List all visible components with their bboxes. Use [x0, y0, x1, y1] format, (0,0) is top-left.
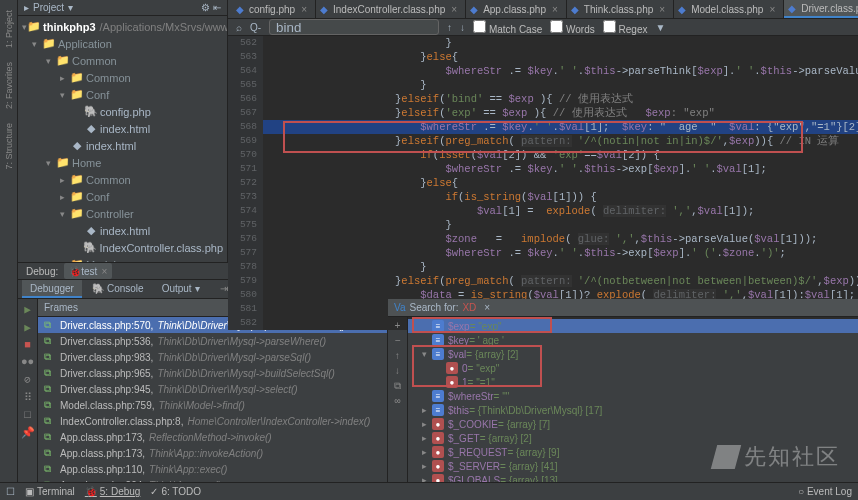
variable-row[interactable]: ≡$exp = "exp": [408, 319, 858, 333]
close-icon[interactable]: ×: [451, 4, 457, 15]
bottombar-debug[interactable]: 🐞5: Debug: [85, 486, 141, 497]
tree-item[interactable]: 🐘config.php: [18, 103, 227, 120]
bottombar-eventlog[interactable]: ○ Event Log: [798, 486, 852, 497]
vars-label: Va: [394, 302, 406, 313]
variable-row[interactable]: ●0 = "exp": [408, 361, 858, 375]
stack-frame[interactable]: ⧉IndexController.class.php:8, Home\Contr…: [38, 413, 387, 429]
stack-frame[interactable]: ⧉Driver.class.php:983, Think\Db\Driver\M…: [38, 349, 387, 365]
editor-tab[interactable]: ◆Driver.class.php×: [784, 0, 858, 18]
stack-frame[interactable]: ⧉Model.class.php:759, Think\Model->find(…: [38, 397, 387, 413]
remove-watch-icon[interactable]: −: [394, 336, 400, 347]
status-bar: ☐ ▣ Terminal 🐞5: Debug ✓6: TODO ○ Event …: [0, 482, 858, 500]
tree-item[interactable]: ▾📁Controller: [18, 205, 227, 222]
watermark: 先知社区: [714, 442, 840, 472]
arrow-icon[interactable]: ▸: [24, 2, 29, 13]
stack-frame[interactable]: ⧉App.class.php:110, Think\App::exec(): [38, 461, 387, 477]
stop-icon[interactable]: ■: [24, 339, 31, 351]
bottombar-todo[interactable]: ✓6: TODO: [150, 486, 201, 497]
bottombar-terminal[interactable]: ▣ Terminal: [25, 486, 75, 497]
view-breakpoint-icon[interactable]: ●●: [21, 356, 34, 368]
search-bar: ⌕ Q- ↑ ↓ Match Case Words Regex ▼ 50 mat…: [228, 19, 858, 36]
show-exec-icon[interactable]: ⇥: [220, 283, 228, 295]
layout-icon[interactable]: □: [24, 409, 31, 421]
close-icon[interactable]: ×: [101, 266, 107, 277]
variable-row[interactable]: ●1 = "=1": [408, 375, 858, 389]
debug-control-strip: ▶ ▶ ■ ●● ⊘ ⠿ □ 📌: [18, 299, 38, 500]
tree-item[interactable]: ▾📁Home: [18, 154, 227, 171]
close-icon[interactable]: ×: [769, 4, 775, 15]
tree-item[interactable]: 🐘IndexController.class.php: [18, 239, 227, 256]
tree-item[interactable]: ◆index.html: [18, 137, 227, 154]
editor-tab[interactable]: ◆App.class.php×: [466, 0, 567, 18]
tree-item[interactable]: ◆index.html: [18, 120, 227, 137]
search-next[interactable]: ↓: [460, 22, 465, 33]
strip-item[interactable]: 2: Favorites: [4, 62, 14, 109]
mute-bp-icon[interactable]: ⊘: [24, 373, 31, 386]
code-area[interactable]: 5625635645655665675685695705715725735745…: [228, 36, 858, 330]
tab-output[interactable]: Output ▾: [154, 280, 208, 298]
search-icon: ⌕: [236, 22, 242, 33]
tree-item[interactable]: ▾📁Application: [18, 35, 227, 52]
project-header-title: Project: [33, 2, 64, 13]
calc-icon[interactable]: ∞: [394, 396, 400, 407]
tree-item[interactable]: ▾📁Common: [18, 52, 227, 69]
tree-item[interactable]: ▾📁Conf: [18, 86, 227, 103]
gear-icon[interactable]: ⚙: [201, 2, 210, 13]
strip-item[interactable]: 7: Structure: [4, 123, 14, 170]
tree-item[interactable]: ▸📁Common: [18, 69, 227, 86]
resume-icon[interactable]: ▶: [24, 321, 31, 334]
copy-icon[interactable]: ⧉: [394, 381, 401, 392]
regex-checkbox[interactable]: [603, 20, 616, 33]
stack-frame[interactable]: ⧉App.class.php:173, Think\App::invokeAct…: [38, 445, 387, 461]
tree-item[interactable]: ▸📁Conf: [18, 188, 227, 205]
tree-item[interactable]: ◆index.html: [18, 222, 227, 239]
bug-icon: 🐞: [69, 266, 81, 277]
tree-item[interactable]: ▸📁Common: [18, 171, 227, 188]
up-icon[interactable]: ↑: [394, 351, 400, 362]
stack-frame[interactable]: ⧉Driver.class.php:945, Think\Db\Driver\M…: [38, 381, 387, 397]
variable-row[interactable]: ≡$key = ' age ': [408, 333, 858, 347]
stack-frame[interactable]: ⧉Driver.class.php:536, Think\Db\Driver\M…: [38, 333, 387, 349]
down-icon[interactable]: ↓: [394, 366, 400, 377]
pin-icon[interactable]: 📌: [21, 426, 35, 439]
add-watch-icon[interactable]: +: [394, 321, 400, 332]
separator: ▾: [68, 2, 73, 13]
editor-tab[interactable]: ◆Model.class.php×: [674, 0, 784, 18]
close-icon[interactable]: ×: [659, 4, 665, 15]
match-case-checkbox[interactable]: [473, 20, 486, 33]
words-checkbox[interactable]: [550, 20, 563, 33]
editor-tab[interactable]: ◆config.php×: [232, 0, 316, 18]
close-icon[interactable]: ×: [552, 4, 558, 15]
collapse-icon[interactable]: ⇤: [213, 2, 221, 13]
editor-tab[interactable]: ◆Think.class.php×: [567, 0, 674, 18]
editor-tabs: ◆config.php×◆IndexController.class.php×◆…: [228, 0, 858, 19]
tab-debugger[interactable]: Debugger: [22, 280, 82, 298]
search-input[interactable]: [269, 19, 439, 35]
close-icon[interactable]: ×: [301, 4, 307, 15]
variable-row[interactable]: ▾≡$val = {array} [2]: [408, 347, 858, 361]
strip-item[interactable]: 1: Project: [4, 10, 14, 48]
editor-tab[interactable]: ◆IndexController.class.php×: [316, 0, 466, 18]
tool-strip-left: 1: Project 2: Favorites 7: Structure: [0, 0, 18, 482]
stack-frame[interactable]: ⧉Driver.class.php:965, Think\Db\Driver\M…: [38, 365, 387, 381]
tree-root[interactable]: ▾📁 thinkphp3 /Applications/MxSrvs/www/th…: [18, 18, 227, 35]
search-prefix: Q-: [250, 22, 261, 33]
tab-console[interactable]: 🐘Console: [84, 280, 152, 298]
stack-frame[interactable]: ⧉App.class.php:173, ReflectionMethod->in…: [38, 429, 387, 445]
msg-icon[interactable]: ☐: [6, 486, 15, 497]
variable-row[interactable]: ≡$whereStr = "": [408, 389, 858, 403]
rerun-icon[interactable]: ▶: [24, 303, 31, 316]
more-icon[interactable]: ⠿: [24, 391, 32, 404]
search-prev[interactable]: ↑: [447, 22, 452, 33]
close-icon[interactable]: ×: [484, 302, 490, 313]
debug-tab[interactable]: 🐞 test ×: [64, 263, 112, 279]
filter-icon[interactable]: ▼: [655, 22, 665, 33]
variable-row[interactable]: ▸≡$this = {Think\Db\Driver\Mysql} [17]: [408, 403, 858, 417]
project-tree: ▸ Project ▾ ⚙ ⇤ ▾📁 thinkphp3 /Applicatio…: [18, 0, 228, 262]
variable-row[interactable]: ▸●$_COOKIE = {array} [7]: [408, 417, 858, 431]
